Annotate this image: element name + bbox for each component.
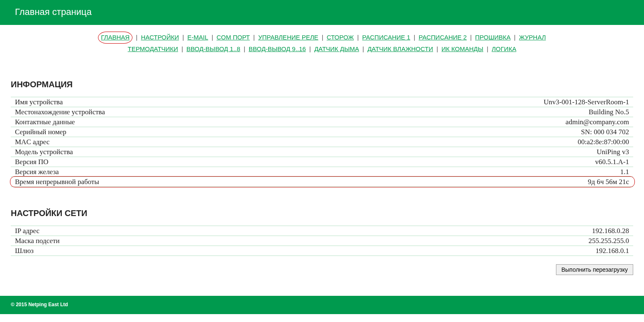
nav-row-1: ГЛАВНАЯ | НАСТРОЙКИ | E-MAIL | COM ПОРТ … [8,32,636,44]
nav-link-расписание-2[interactable]: РАСПИСАНИЕ 2 [419,34,467,41]
row-value: 192.168.0.1 [335,246,633,256]
nav-row-2: ТЕРМОДАТЧИКИ | ВВОД-ВЫВОД 1..8 | ВВОД-ВЫ… [8,44,636,54]
nav-link-highlight: ГЛАВНАЯ [98,32,132,44]
nav-link-ввод-вывод-9-16[interactable]: ВВОД-ВЫВОД 9..16 [249,45,306,52]
row-value: Unv3-001-128-ServerRoom-1 [329,97,633,107]
nav-separator: | [354,34,362,41]
nav-separator: | [410,34,419,41]
section-info: ИНФОРМАЦИЯ Имя устройстваUnv3-001-128-Se… [0,80,644,187]
main-nav: ГЛАВНАЯ | НАСТРОЙКИ | E-MAIL | COM ПОРТ … [0,25,644,58]
row-label: Модель устройства [11,147,329,157]
nav-link-ввод-вывод-1-8[interactable]: ВВОД-ВЫВОД 1..8 [186,45,240,52]
row-value: SN: 000 034 702 [329,127,633,137]
nav-link-логика[interactable]: ЛОГИКА [492,45,516,52]
table-row: Маска подсети255.255.255.0 [11,236,633,246]
row-label: Шлюз [11,246,335,256]
row-label: MAC адрес [11,137,329,147]
row-label: Время непрерывной работы [11,177,329,187]
nav-link-настройки[interactable]: НАСТРОЙКИ [141,34,179,41]
reboot-button[interactable]: Выполнить перезагрузку [556,264,633,275]
nav-link-главная[interactable]: ГЛАВНАЯ [101,34,130,41]
network-table: IP адрес192.168.0.28Маска подсети255.255… [11,226,633,256]
row-label: Маска подсети [11,236,335,246]
nav-separator: | [318,34,327,41]
network-heading: НАСТРОЙКИ СЕТИ [11,209,633,218]
nav-separator: | [208,34,216,41]
page-header: Главная страница [0,0,644,25]
nav-link-com-порт[interactable]: COM ПОРТ [217,34,250,41]
nav-separator: | [179,34,187,41]
nav-separator: | [306,45,314,52]
table-row: Модель устройстваUniPing v3 [11,147,633,157]
nav-link-управление-реле[interactable]: УПРАВЛЕНИЕ РЕЛЕ [258,34,318,41]
row-value: v60.5.1.A-1 [329,157,633,167]
actions-row: Выполнить перезагрузку [0,256,644,288]
row-value: Building No.5 [329,107,633,117]
row-label: Версия ПО [11,157,329,167]
table-row: MAC адрес00:a2:8e:87:00:00 [11,137,633,147]
row-value: 1.1 [329,167,633,177]
page-title: Главная страница [15,7,92,17]
nav-link-датчик-дыма[interactable]: ДАТЧИК ДЫМА [314,45,359,52]
row-label: Местонахождение устройства [11,107,329,117]
copyright: © 2015 Netping East Ltd [11,302,68,307]
nav-separator: | [240,45,249,52]
nav-link-прошивка[interactable]: ПРОШИВКА [475,34,510,41]
nav-link-датчик-влажности[interactable]: ДАТЧИК ВЛАЖНОСТИ [367,45,433,52]
row-value: 00:a2:8e:87:00:00 [329,137,633,147]
nav-link-e-mail[interactable]: E-MAIL [187,34,208,41]
table-row: Время непрерывной работы9д 6ч 56м 21с [11,177,633,187]
row-value: 9д 6ч 56м 21с [329,177,633,187]
nav-separator: | [178,45,186,52]
section-network: НАСТРОЙКИ СЕТИ IP адрес192.168.0.28Маска… [0,209,644,256]
nav-separator: | [511,34,519,41]
nav-separator: | [433,45,441,52]
row-value: UniPing v3 [329,147,633,157]
table-row: Версия ПОv60.5.1.A-1 [11,157,633,167]
row-value: admin@company.com [329,117,633,127]
nav-link-сторож[interactable]: СТОРОЖ [327,34,354,41]
row-label: Серийный номер [11,127,329,137]
table-row: IP адрес192.168.0.28 [11,226,633,236]
nav-separator: | [483,45,492,52]
table-row: Контактные данныеadmin@company.com [11,117,633,127]
nav-separator: | [250,34,258,41]
table-row: Шлюз192.168.0.1 [11,246,633,256]
row-value: 192.168.0.28 [335,226,633,236]
nav-separator: | [467,34,475,41]
row-label: Версия железа [11,167,329,177]
table-row: Имя устройстваUnv3-001-128-ServerRoom-1 [11,97,633,107]
row-label: IP адрес [11,226,335,236]
row-value: 255.255.255.0 [335,236,633,246]
table-row: Серийный номерSN: 000 034 702 [11,127,633,137]
nav-link-расписание-1[interactable]: РАСПИСАНИЕ 1 [362,34,410,41]
nav-separator: | [132,34,141,41]
nav-link-ик-команды[interactable]: ИК КОМАНДЫ [441,45,483,52]
nav-link-термодатчики[interactable]: ТЕРМОДАТЧИКИ [128,45,178,52]
table-row: Местонахождение устройстваBuilding No.5 [11,107,633,117]
row-label: Имя устройства [11,97,329,107]
table-row: Версия железа1.1 [11,167,633,177]
info-table: Имя устройстваUnv3-001-128-ServerRoom-1М… [11,97,633,187]
page-footer: © 2015 Netping East Ltd [0,296,644,314]
row-label: Контактные данные [11,117,329,127]
nav-separator: | [359,45,367,52]
nav-link-журнал[interactable]: ЖУРНАЛ [519,34,546,41]
info-heading: ИНФОРМАЦИЯ [11,80,633,89]
